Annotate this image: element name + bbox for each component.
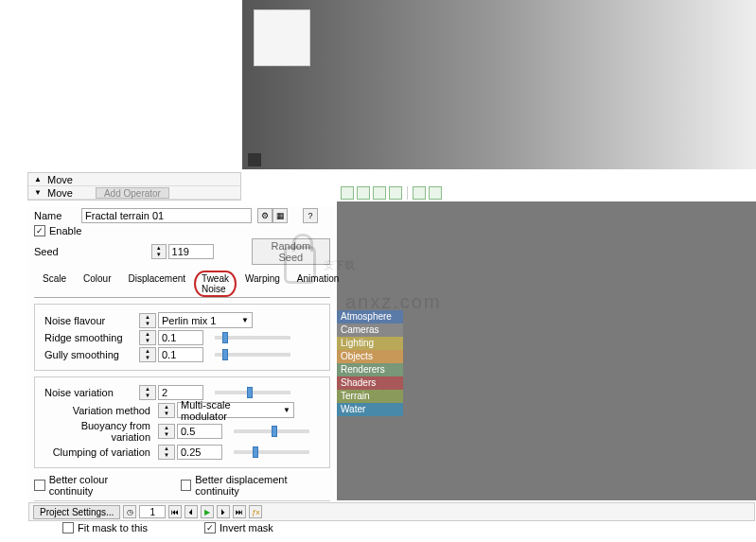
step-back-icon[interactable]: ⏴ — [185, 505, 198, 518]
noise-group: Noise flavour ▲▼ Perlin mix 1▼ Ridge smo… — [34, 304, 330, 371]
category-lighting[interactable]: Lighting — [337, 337, 403, 350]
name-label: Name — [34, 210, 81, 221]
tab-row: Scale Colour Displacement Tweak Noise Wa… — [34, 271, 330, 298]
preview-thumbnail[interactable] — [254, 9, 310, 66]
add-operator-button[interactable]: Add Operator — [96, 187, 169, 199]
viewport-3d[interactable]: Atmosphere Cameras Lighting Objects Rend… — [337, 201, 756, 500]
variation-group: Noise variation ▲▼ Variation method ▲▼ M… — [34, 376, 330, 468]
category-cameras[interactable]: Cameras — [337, 323, 403, 337]
better-disp-label: Better displacement continuity — [195, 474, 330, 497]
play-icon[interactable]: ▶ — [201, 505, 214, 518]
chevron-down-icon: ▼ — [283, 406, 290, 414]
settings-icon[interactable]: ⚙ — [257, 208, 273, 223]
tab-tweak-noise[interactable]: Tweak Noise — [194, 271, 237, 297]
category-renderers[interactable]: Renderers — [337, 363, 403, 376]
category-atmosphere[interactable]: Atmosphere — [337, 310, 403, 323]
operator-panel: ▲ Move ▼ Move Add Operator — [27, 172, 241, 201]
step-forward-icon[interactable]: ⏵ — [217, 505, 230, 518]
seed-label: Seed — [34, 246, 76, 257]
separator — [34, 500, 330, 501]
help-icon[interactable]: ? — [303, 208, 318, 223]
gully-smoothing-input[interactable] — [158, 347, 203, 362]
fit-mask-label: Fit mask to this — [78, 522, 148, 533]
preview-icon[interactable]: ▦ — [273, 208, 288, 223]
go-end-icon[interactable]: ⏭ — [233, 505, 246, 518]
clumping-stepper[interactable]: ▲▼ — [158, 445, 175, 460]
move-down-label: Move — [47, 187, 73, 199]
category-objects[interactable]: Objects — [337, 350, 403, 363]
chevron-down-icon: ▼ — [241, 316, 249, 324]
variation-method-dropdown[interactable]: Multi-scale modulator▼ — [177, 402, 294, 418]
noise-variation-stepper[interactable]: ▲▼ — [139, 385, 156, 400]
tab-scale[interactable]: Scale — [34, 271, 75, 297]
view-grid-icon[interactable] — [429, 186, 442, 200]
frame-input[interactable] — [139, 505, 166, 518]
preview-area — [242, 0, 756, 169]
gully-smoothing-stepper[interactable]: ▲▼ — [139, 347, 156, 362]
buoyancy-stepper[interactable]: ▲▼ — [158, 424, 175, 439]
seed-input[interactable] — [168, 244, 214, 259]
clumping-input[interactable] — [177, 445, 222, 460]
category-list: Atmosphere Cameras Lighting Objects Rend… — [337, 310, 403, 416]
move-up-arrow-icon[interactable]: ▲ — [32, 175, 44, 184]
toolbar-separator — [407, 186, 408, 200]
enable-label: Enable — [49, 225, 81, 236]
tab-warping[interactable]: Warping — [237, 271, 289, 297]
fit-mask-checkbox[interactable] — [62, 522, 74, 533]
tab-colour[interactable]: Colour — [75, 271, 119, 297]
ridge-smoothing-label: Ridge smoothing — [44, 332, 139, 343]
view-reset-icon[interactable] — [413, 186, 426, 200]
ridge-smoothing-stepper[interactable]: ▲▼ — [139, 330, 156, 345]
bottom-bar: Project Settings... ◷ ⏮ ⏴ ▶ ⏵ ⏭ ƒx — [28, 502, 755, 521]
gully-smoothing-label: Gully smoothing — [44, 349, 139, 360]
gully-smoothing-slider[interactable] — [215, 353, 290, 357]
noise-flavour-label: Noise flavour — [44, 315, 139, 326]
go-start-icon[interactable]: ⏮ — [168, 505, 182, 518]
ridge-smoothing-slider[interactable] — [215, 336, 290, 340]
noise-variation-slider[interactable] — [215, 391, 290, 394]
buoyancy-input[interactable] — [177, 424, 222, 439]
clock-icon[interactable]: ◷ — [123, 505, 136, 518]
render-anim-icon[interactable] — [389, 186, 402, 200]
name-input[interactable] — [81, 208, 252, 223]
category-terrain[interactable]: Terrain — [337, 390, 403, 403]
move-up-label: Move — [47, 174, 73, 185]
clumping-label: Clumping of variation — [44, 446, 158, 458]
render-region-icon[interactable] — [373, 186, 386, 200]
function-icon[interactable]: ƒx — [249, 505, 262, 518]
variation-method-label: Variation method — [44, 405, 158, 416]
project-settings-button[interactable]: Project Settings... — [33, 505, 120, 519]
noise-flavour-dropdown[interactable]: Perlin mix 1▼ — [158, 312, 253, 328]
buoyancy-slider[interactable] — [234, 429, 309, 433]
properties-panel: Name ⚙ ▦ ? ✓ Enable Seed ▲▼ Random Seed … — [28, 206, 336, 501]
render-icon[interactable] — [341, 186, 354, 200]
seed-stepper[interactable]: ▲▼ — [151, 244, 167, 259]
category-water[interactable]: Water — [337, 403, 403, 416]
clumping-slider[interactable] — [234, 450, 309, 454]
better-colour-label: Better colour continuity — [49, 474, 152, 497]
invert-mask-label: Invert mask — [220, 522, 273, 533]
noise-flavour-stepper[interactable]: ▲▼ — [139, 313, 156, 328]
category-shaders[interactable]: Shaders — [337, 376, 403, 390]
move-down-arrow-icon[interactable]: ▼ — [32, 188, 44, 198]
ridge-smoothing-input[interactable] — [158, 330, 203, 345]
tab-animation[interactable]: Animation — [289, 271, 347, 297]
buoyancy-label: Buoyancy from variation — [44, 420, 158, 443]
render-crop-icon[interactable] — [357, 186, 370, 200]
viewport-toolbar — [337, 184, 753, 201]
preview-expand-icon[interactable] — [248, 153, 261, 166]
random-seed-button[interactable]: Random Seed — [252, 238, 330, 265]
enable-checkbox[interactable]: ✓ — [34, 225, 45, 236]
noise-variation-label: Noise variation — [44, 387, 139, 398]
better-colour-checkbox[interactable] — [34, 480, 45, 491]
invert-mask-checkbox[interactable]: ✓ — [204, 522, 216, 533]
better-disp-checkbox[interactable] — [181, 480, 192, 491]
variation-method-stepper[interactable]: ▲▼ — [158, 403, 175, 418]
tab-displacement[interactable]: Displacement — [119, 271, 194, 297]
